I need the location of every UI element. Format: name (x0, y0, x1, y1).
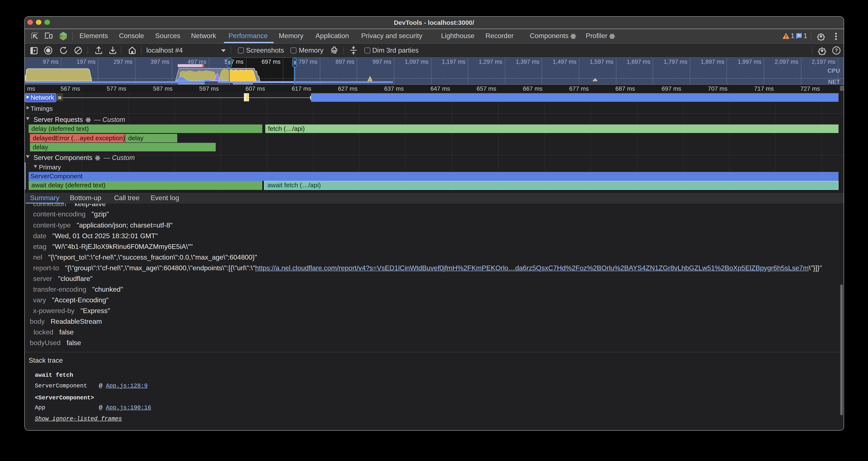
svg-text:?: ? (835, 48, 838, 53)
